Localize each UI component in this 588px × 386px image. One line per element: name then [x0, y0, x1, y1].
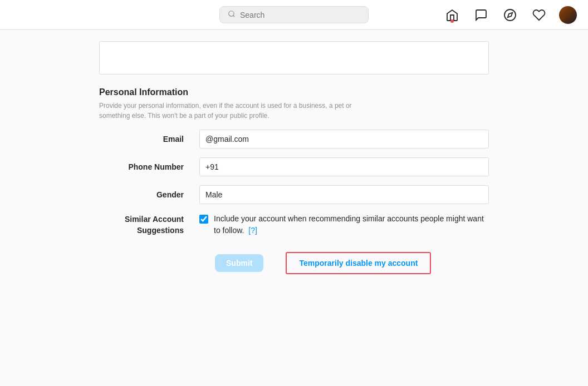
top-nav [0, 0, 588, 30]
section-title: Personal Information [99, 87, 489, 97]
search-bar[interactable] [219, 6, 369, 23]
compass-icon [503, 8, 517, 22]
svg-marker-3 [508, 12, 512, 17]
action-row: Submit Temporarily disable my account [99, 252, 489, 274]
email-label: Email [99, 135, 199, 143]
phone-row: Phone Number [99, 157, 489, 176]
avatar[interactable] [559, 6, 577, 24]
gender-row: Gender [99, 185, 489, 204]
notification-dot [450, 19, 454, 23]
svg-line-1 [233, 16, 235, 17]
email-field[interactable] [199, 130, 489, 149]
content-area: Personal Information Provide your person… [99, 41, 489, 274]
section-description: Provide your personal information, even … [99, 101, 366, 121]
svg-point-2 [504, 9, 516, 21]
phone-field[interactable] [199, 157, 489, 176]
heart-button[interactable] [530, 6, 548, 24]
checkbox-area: Include your account when recommending s… [199, 213, 489, 236]
disable-account-button[interactable]: Temporarily disable my account [299, 259, 418, 268]
similar-suggestions-row: Similar Account Suggestions Include your… [99, 213, 489, 236]
search-input[interactable] [240, 11, 360, 19]
similar-suggestions-text: Include your account when recommending s… [214, 213, 489, 236]
email-row: Email [99, 130, 489, 149]
personal-info-section: Personal Information Provide your person… [99, 87, 489, 121]
messenger-icon [474, 8, 488, 22]
disable-account-wrapper: Temporarily disable my account [286, 252, 431, 274]
help-link[interactable]: [?] [248, 226, 257, 235]
gender-field[interactable] [199, 185, 489, 204]
heart-icon [532, 8, 546, 22]
gender-label: Gender [99, 190, 199, 199]
search-icon [228, 10, 236, 19]
messenger-button[interactable] [472, 6, 490, 24]
bio-textarea[interactable] [99, 41, 489, 75]
submit-button[interactable]: Submit [215, 254, 263, 272]
similar-suggestions-checkbox[interactable] [199, 215, 208, 224]
similar-label: Similar Account Suggestions [99, 213, 199, 236]
nav-icons [443, 6, 577, 24]
home-button[interactable] [443, 6, 461, 24]
phone-label: Phone Number [99, 162, 199, 171]
compass-button[interactable] [501, 6, 519, 24]
main-wrapper: Personal Information Provide your person… [0, 30, 588, 285]
svg-point-0 [229, 11, 234, 16]
